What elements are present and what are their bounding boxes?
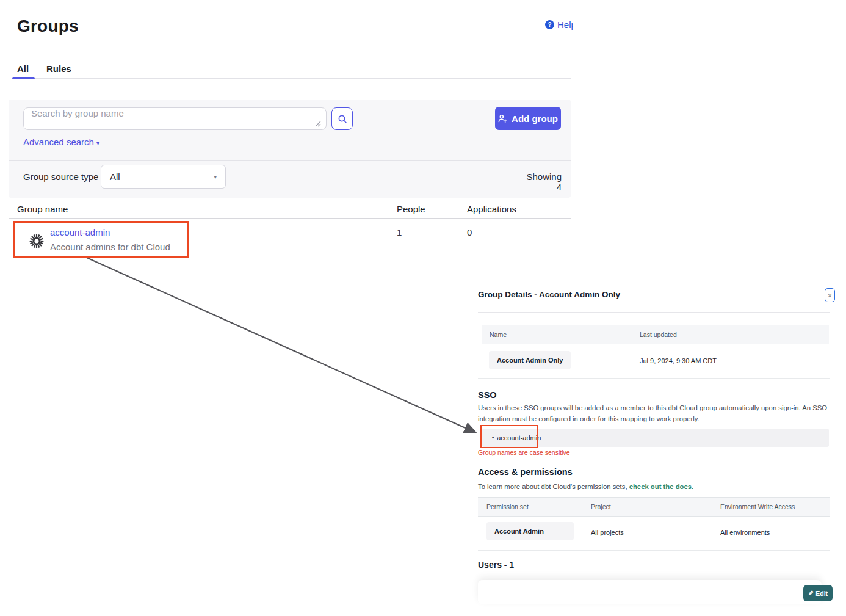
access-permissions-heading: Access & permissions: [478, 467, 573, 477]
name-table-header-name: Name: [490, 331, 507, 338]
sso-heading: SSO: [478, 390, 497, 400]
help-label: Help: [557, 20, 573, 30]
permission-set-pill: Account Admin: [486, 522, 574, 540]
permissions-header-env-write-access: Environment Write Access: [720, 503, 795, 510]
last-updated-value: Jul 9, 2024, 9:30 AM CDT: [640, 357, 717, 364]
tabs-divider: [12, 78, 571, 79]
name-table-bottom-divider: [478, 378, 830, 379]
showing-count: Showing 4: [522, 172, 562, 192]
search-input[interactable]: [23, 107, 327, 130]
docs-link[interactable]: check out the docs.: [629, 483, 693, 490]
advanced-search-label: Advanced search: [23, 137, 94, 147]
sso-case-sensitive-warning: Group names are case sensitive: [478, 449, 570, 456]
users-heading: Users - 1: [478, 560, 514, 570]
permissions-header-project: Project: [591, 503, 611, 510]
caret-down-icon: ▾: [96, 140, 99, 147]
permission-env-value: All environments: [720, 529, 770, 536]
close-button[interactable]: ×: [825, 288, 835, 302]
advanced-search-toggle[interactable]: Advanced search▾: [23, 137, 99, 147]
annotation-box-group-row: [13, 221, 189, 258]
edit-label: Edit: [815, 590, 828, 597]
group-source-type-select[interactable]: All ▾: [101, 165, 226, 189]
add-user-icon: [498, 114, 507, 123]
group-people-count: 1: [397, 227, 402, 237]
question-icon: ?: [545, 20, 554, 29]
table-header-divider: [9, 218, 571, 219]
search-button[interactable]: [331, 107, 353, 130]
pencil-icon: ✎: [808, 590, 813, 596]
tab-all[interactable]: All: [17, 63, 29, 74]
permissions-header-permission-set: Permission set: [486, 503, 529, 510]
details-panel-title: Group Details - Account Admin Only: [478, 290, 620, 299]
access-description-text: To learn more about dbt Cloud's permissi…: [478, 483, 629, 490]
group-source-type-label: Group source type: [23, 172, 98, 182]
add-group-button[interactable]: Add group: [495, 107, 561, 130]
add-group-label: Add group: [512, 114, 558, 124]
tab-rules[interactable]: Rules: [46, 63, 71, 74]
close-icon: ×: [828, 292, 831, 299]
permission-project-value: All projects: [591, 529, 624, 536]
search-icon: [338, 114, 347, 124]
column-header-applications: Applications: [467, 204, 516, 214]
edit-button[interactable]: ✎ Edit: [803, 585, 833, 601]
help-link[interactable]: ? Help: [545, 20, 573, 30]
permissions-table-bottom-divider: [478, 550, 830, 551]
active-tab-underline: [12, 77, 35, 79]
details-header-divider: [478, 312, 830, 313]
group-applications-count: 0: [467, 227, 472, 237]
access-permissions-description: To learn more about dbt Cloud's permissi…: [478, 483, 693, 490]
name-table-header-last-updated: Last updated: [640, 331, 677, 338]
resize-handle-icon[interactable]: [314, 120, 321, 127]
annotation-box-sso-chip: [480, 425, 538, 448]
annotation-arrow: [0, 0, 846, 616]
sso-description: Users in these SSO groups will be added …: [478, 403, 828, 424]
page-title: Groups: [17, 16, 79, 36]
column-header-group-name: Group name: [17, 204, 68, 214]
group-source-type-value: All: [110, 172, 120, 182]
group-name-pill: Account Admin Only: [489, 351, 571, 369]
column-header-people: People: [397, 204, 425, 214]
caret-down-icon: ▾: [214, 174, 217, 180]
filter-panel-divider: [9, 160, 571, 161]
details-footer-bar: [478, 580, 822, 604]
